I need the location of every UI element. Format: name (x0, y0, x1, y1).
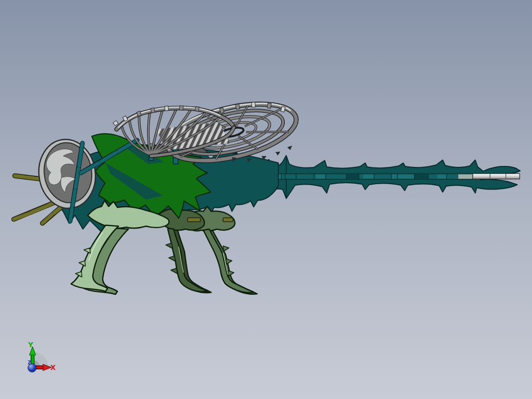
model-canvas: Z Y X (0, 0, 532, 399)
y-axis-label: Y (28, 341, 34, 349)
tail-tip-silver-rod[interactable] (473, 174, 520, 179)
x-axis-label: X (50, 363, 56, 371)
origin-sphere[interactable] (28, 364, 37, 372)
cad-viewport[interactable]: Z Y X (0, 0, 532, 399)
